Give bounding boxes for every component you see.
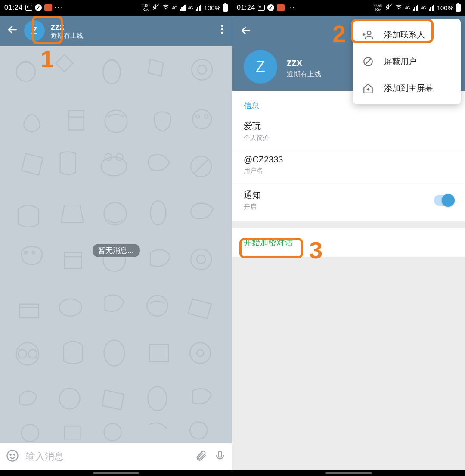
more-status-icon: ··· <box>287 4 295 12</box>
svg-point-27 <box>59 299 82 316</box>
svg-point-36 <box>148 386 167 411</box>
svg-point-11 <box>105 110 127 133</box>
chat-subtitle: 近期有上线 <box>51 32 211 40</box>
svg-line-19 <box>194 159 208 173</box>
notifications-row[interactable]: 通知 开启 <box>232 183 465 221</box>
message-input-bar: 输入消息 <box>0 443 232 470</box>
svg-point-30 <box>18 350 27 358</box>
bio-row[interactable]: 爱玩 个人简介 <box>232 116 465 150</box>
svg-point-9 <box>198 65 206 74</box>
network-speed: 2.00K/s <box>141 4 149 12</box>
menu-block-user-label: 屏蔽用户 <box>384 56 417 67</box>
avatar[interactable]: Z <box>24 20 45 41</box>
menu-add-home[interactable]: 添加到主屏幕 <box>353 75 461 102</box>
menu-block-user[interactable]: 屏蔽用户 <box>353 48 461 75</box>
avatar[interactable]: Z <box>244 50 277 84</box>
overflow-menu: 添加联系人 屏蔽用户 添加到主屏幕 <box>353 19 461 104</box>
battery-percent: 100% <box>437 4 453 12</box>
attach-icon[interactable] <box>195 450 207 464</box>
svg-point-28 <box>147 296 167 316</box>
username-value: @CZ2333 <box>244 155 454 165</box>
more-status-icon: ··· <box>55 4 63 12</box>
svg-point-1 <box>165 9 166 9</box>
profile-header: Z zzx 近期有上线 添加联系人 屏蔽用户 添加到主屏幕 <box>232 16 465 91</box>
svg-point-41 <box>10 454 11 455</box>
bio-label: 个人简介 <box>244 134 454 142</box>
svg-point-4 <box>221 28 223 31</box>
svg-point-32 <box>104 340 125 366</box>
start-secret-chat[interactable]: 开始加密对话 <box>232 228 465 257</box>
chat-header: Z zzx 近期有上线 <box>0 16 232 46</box>
username-row[interactable]: @CZ2333 用户名 <box>232 150 465 183</box>
signal-icon-1 <box>180 5 186 11</box>
svg-point-14 <box>205 115 208 118</box>
nav-bar <box>0 470 232 476</box>
svg-point-23 <box>32 251 35 254</box>
signal-icon-2 <box>196 5 202 11</box>
back-button[interactable] <box>240 25 251 38</box>
menu-add-home-label: 添加到主屏幕 <box>384 83 433 94</box>
status-app-icon <box>44 4 52 11</box>
svg-point-37 <box>22 424 39 442</box>
svg-point-15 <box>101 157 127 176</box>
battery-icon <box>456 4 461 12</box>
svg-point-29 <box>16 343 39 365</box>
wifi-icon <box>162 4 170 12</box>
menu-add-contact[interactable]: 添加联系人 <box>353 22 461 48</box>
notifications-toggle[interactable] <box>434 195 454 206</box>
svg-point-12 <box>192 110 211 129</box>
status-time: 01:24 <box>237 4 255 12</box>
bio-value: 爱玩 <box>244 120 454 132</box>
emoji-icon[interactable] <box>6 449 19 464</box>
svg-point-5 <box>221 32 223 34</box>
mic-icon[interactable] <box>214 450 226 464</box>
check-icon: ✓ <box>35 4 42 11</box>
svg-point-42 <box>14 454 15 455</box>
notif-state: 开启 <box>244 203 261 211</box>
mute-icon <box>152 3 159 12</box>
more-button[interactable] <box>217 22 228 39</box>
info-panel: 信息 爱玩 个人简介 @CZ2333 用户名 通知 开启 <box>232 91 465 221</box>
svg-point-3 <box>221 25 223 27</box>
status-time: 01:24 <box>4 4 23 12</box>
status-app-icon <box>277 4 285 11</box>
status-bar: 01:24 ✓ ··· 2.00K/s 4G 4G 100% <box>0 0 232 16</box>
net-type-2: 4G <box>188 6 193 10</box>
net-type-2: 4G <box>421 6 426 10</box>
mute-icon <box>385 3 392 12</box>
chat-header-text[interactable]: zzx 近期有上线 <box>51 22 211 40</box>
svg-point-34 <box>197 350 204 357</box>
notif-title: 通知 <box>244 189 261 201</box>
net-type-1: 4G <box>405 6 410 10</box>
svg-line-52 <box>365 59 371 65</box>
gallery-icon <box>25 5 32 11</box>
start-secret-chat-label: 开始加密对话 <box>244 238 293 247</box>
battery-icon <box>223 4 228 12</box>
empty-area <box>232 257 465 470</box>
signal-icon-2 <box>429 5 434 11</box>
gallery-icon <box>258 5 265 11</box>
svg-point-22 <box>25 251 27 254</box>
chat-body[interactable]: 暂无消息... <box>0 46 232 443</box>
message-input[interactable]: 输入消息 <box>26 450 188 463</box>
profile-name: zzx <box>287 57 321 68</box>
check-icon: ✓ <box>267 4 274 11</box>
profile-screen: 01:24 ✓ ··· 0.59K/s 4G 4G 100% <box>232 0 465 476</box>
svg-point-33 <box>190 343 211 364</box>
net-type-1: 4G <box>172 6 177 10</box>
svg-point-39 <box>190 422 207 439</box>
svg-point-26 <box>197 255 205 264</box>
battery-percent: 100% <box>204 4 220 12</box>
svg-point-38 <box>104 423 121 441</box>
svg-point-46 <box>398 9 399 9</box>
section-gap <box>232 221 465 228</box>
home-plus-icon <box>363 83 374 94</box>
svg-point-48 <box>367 31 371 35</box>
nav-bar <box>232 470 465 476</box>
profile-status: 近期有上线 <box>287 70 321 79</box>
wifi-icon <box>395 4 403 12</box>
block-icon <box>363 56 374 67</box>
back-button[interactable] <box>7 24 18 37</box>
add-contact-icon <box>363 29 374 40</box>
signal-icon-1 <box>413 5 418 11</box>
